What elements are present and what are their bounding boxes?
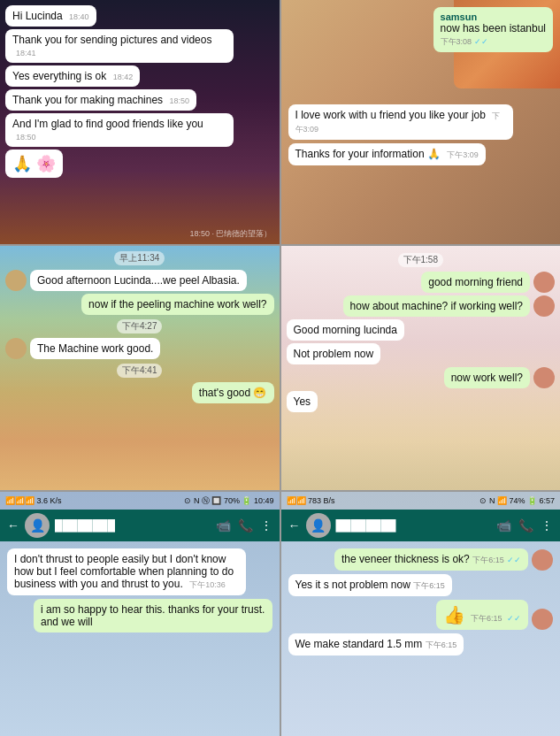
avatar	[5, 338, 27, 359]
message-time: 18:42	[113, 73, 134, 81]
message-time: 下午10:36	[189, 580, 226, 589]
header-actions: 📹 📞 ⋮	[496, 518, 553, 533]
message-bubble: now work well?	[444, 367, 530, 388]
time-badge: 下午4:27	[117, 319, 162, 334]
emoji-text: 👍	[443, 605, 465, 625]
message-text: The Machine work good.	[37, 342, 153, 355]
chat-cell-4: 下午1:58 good morning friend how about mac…	[281, 246, 561, 490]
sent-message-row: good morning friend	[287, 272, 556, 293]
time-badge: 下午4:41	[117, 364, 162, 378]
message-bubble: 👍 下午6:15 ✓✓	[436, 600, 528, 630]
message-text: Good morning lucinda	[294, 324, 397, 336]
time-badge: 下午1:58	[398, 253, 443, 267]
status-left: 📶📶 783 B/s	[287, 496, 335, 505]
message-bubble: Good afternoon Lucinda....we peel Albasi…	[30, 270, 247, 291]
message-bubble: Thank you for sending pictures and video…	[5, 29, 234, 63]
message-time: 下午3:08	[441, 37, 472, 46]
message-text: that's good 😁	[199, 387, 267, 399]
message-text: the veneer thickness is ok?	[341, 553, 470, 565]
message-text: Yes it s not problem now	[295, 579, 410, 591]
message-bubble: Good morning lucinda	[287, 319, 404, 341]
message-time: 下午6:15	[413, 581, 445, 590]
message-bubble: Yes	[287, 391, 318, 412]
message-time: 下午3:09	[447, 150, 479, 159]
avatar	[533, 295, 555, 317]
message-text: Thank you for making machines	[12, 94, 163, 106]
message-text: Yes	[294, 395, 311, 408]
check-icon: ✓✓	[474, 37, 488, 46]
back-button[interactable]: ←	[7, 518, 19, 533]
message-bubble: I love work with u friend you like your …	[288, 104, 514, 140]
check-icon: ✓✓	[507, 556, 521, 564]
chat-header: ← 👤 ████████ 📹 📞 ⋮	[0, 510, 280, 541]
back-button[interactable]: ←	[288, 518, 301, 533]
contact-avatar: 👤	[306, 513, 331, 538]
cell5-chat: I don't thrust to people easily but I do…	[0, 541, 280, 640]
message-text: i am so happy to hear this. thanks for y…	[41, 603, 265, 628]
sent-message-row: how about machine? if working well?	[287, 295, 556, 317]
sent-message-row: the veneer thickness is ok? 下午6:15 ✓✓	[288, 548, 554, 571]
status-right: ⊙ N 📶 74% 🔋 6:57	[479, 496, 555, 505]
message-bubble: I don't thrust to people easily but I do…	[7, 548, 246, 595]
message-text: how about machine? if working well?	[350, 300, 523, 312]
message-text: And I'm glad to find good friends like y…	[12, 118, 203, 130]
message-bubble: how about machine? if working well?	[343, 295, 530, 317]
location-info: 18:50 · 巴纳德的望落）	[189, 228, 272, 240]
status-left: 📶📶📶 3.6 K/s	[5, 496, 62, 505]
emoji-message: 🙏 🌸	[5, 150, 63, 178]
message-text: Hi Lucinda	[12, 10, 63, 22]
message-text: Not problem now	[294, 348, 374, 360]
video-call-icon[interactable]: 📹	[496, 518, 511, 533]
message-time: 下午6:15	[471, 614, 502, 623]
avatar	[533, 367, 555, 388]
message-bubble: now if the peeling machine work well?	[81, 294, 273, 315]
sent-message-row: 👍 下午6:15 ✓✓	[288, 600, 554, 630]
message-text: Good afternoon Lucinda....we peel Albasi…	[37, 274, 240, 287]
status-bar: 📶📶📶 3.6 K/s ⊙ N Ⓝ 🔲 70% 🔋 10:49	[0, 492, 280, 510]
contact-avatar: 👤	[25, 513, 50, 538]
main-grid: Hi Lucinda 18:40 Thank you for sending p…	[0, 0, 560, 736]
video-call-icon[interactable]: 📹	[216, 518, 231, 533]
chat-cell-3: 早上11:34 Good afternoon Lucinda....we pee…	[0, 246, 280, 490]
message-time: 18:50	[16, 133, 36, 142]
call-icon[interactable]: 📞	[238, 518, 253, 533]
message-time: 下午6:15	[472, 556, 504, 564]
message-text: now work well?	[451, 372, 523, 384]
message-bubble: We make standard 1.5 mm 下午6:15	[288, 633, 464, 656]
chat-header: ← 👤 ████████ 📹 📞 ⋮	[281, 510, 561, 541]
avatar	[5, 270, 27, 291]
cell6-chat: the veneer thickness is ok? 下午6:15 ✓✓ Ye…	[281, 541, 561, 663]
message-bubble: Yes it s not problem now 下午6:15	[288, 574, 452, 596]
emoji-text: 🙏 🌸	[12, 154, 56, 173]
check-icon: ✓✓	[507, 614, 521, 623]
message-bubble: Not problem now	[287, 343, 381, 364]
message-bubble: the veneer thickness is ok? 下午6:15 ✓✓	[334, 548, 528, 571]
message-time: 18:40	[69, 12, 89, 21]
chat-cell-1: Hi Lucinda 18:40 Thank you for sending p…	[0, 0, 280, 244]
sent-message-row: now work well?	[287, 367, 556, 388]
cell3-chat: 早上11:34 Good afternoon Lucinda....we pee…	[0, 246, 280, 409]
header-actions: 📹 📞 ⋮	[216, 518, 272, 533]
message-text: Thank you for sending pictures and video…	[12, 34, 211, 46]
message-bubble: Thank you for making machines 18:50	[5, 89, 196, 111]
samsun-bubble: samsun now has been istanbul 下午3:08 ✓✓	[433, 7, 553, 52]
chat-area-1: Hi Lucinda 18:40 Thank you for sending p…	[0, 0, 280, 183]
contact-name: ████████	[336, 519, 492, 532]
message-bubble: i am so happy to hear this. thanks for y…	[34, 599, 272, 632]
message-bubble: good morning friend	[421, 272, 530, 293]
cell2-chat: samsun now has been istanbul 下午3:08 ✓✓ I…	[281, 0, 561, 172]
message-text: I love work with u friend you like your …	[295, 109, 486, 121]
more-icon[interactable]: ⋮	[541, 518, 553, 533]
avatar	[532, 609, 553, 630]
time-badge: 早上11:34	[114, 251, 165, 265]
message-text: Yes everything is ok	[12, 70, 106, 82]
call-icon[interactable]: 📞	[518, 518, 533, 533]
cell2-inner: samsun now has been istanbul 下午3:08 ✓✓ I…	[281, 0, 561, 244]
more-icon[interactable]: ⋮	[260, 518, 272, 533]
contact-name: ████████	[55, 519, 211, 532]
status-bar: 📶📶 783 B/s ⊙ N 📶 74% 🔋 6:57	[281, 492, 561, 510]
message-time: 下午6:15	[426, 640, 457, 649]
message-text: good morning friend	[428, 276, 523, 288]
status-right: ⊙ N Ⓝ 🔲 70% 🔋 10:49	[184, 495, 273, 507]
message-bubble: Hi Lucinda 18:40	[5, 5, 96, 27]
